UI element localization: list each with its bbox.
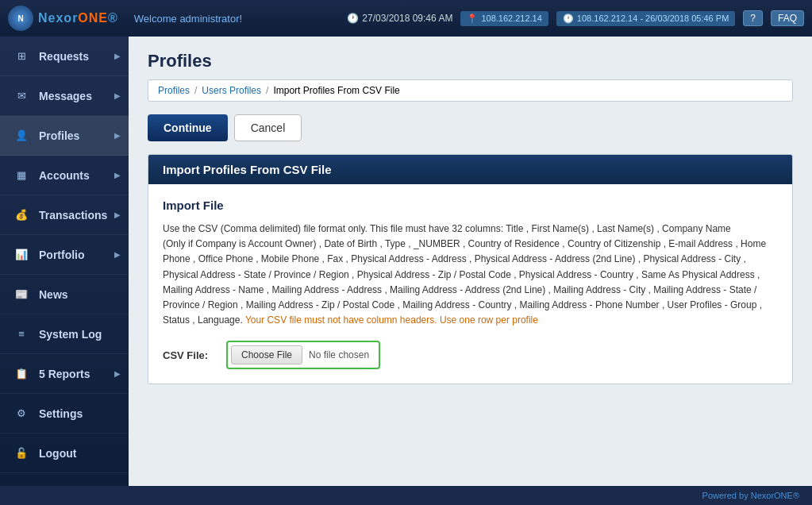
import-section-title: Import File bbox=[163, 199, 778, 212]
chevron-right-icon: ▶ bbox=[114, 52, 121, 60]
main-content: Profiles Profiles / Users Profiles / Imp… bbox=[129, 37, 812, 486]
footer: Powered by NexorONE® bbox=[0, 486, 812, 505]
chevron-right-icon: ▶ bbox=[114, 131, 121, 140]
continue-button[interactable]: Continue bbox=[148, 114, 228, 141]
reports-icon bbox=[12, 364, 31, 384]
sidebar-item-news[interactable]: News bbox=[0, 275, 129, 314]
cancel-button[interactable]: Cancel bbox=[234, 114, 302, 141]
breadcrumb-users-profiles[interactable]: Users Profiles bbox=[202, 85, 261, 96]
footer-text: Powered by NexorONE® bbox=[702, 491, 799, 500]
breadcrumb-profiles[interactable]: Profiles bbox=[158, 85, 190, 96]
chevron-right-icon: ▶ bbox=[114, 171, 121, 179]
portfolio-icon bbox=[12, 245, 31, 264]
sidebar-item-transactions[interactable]: Transactions ▶ bbox=[0, 195, 129, 235]
sidebar-item-profiles[interactable]: Profiles ▶ bbox=[0, 116, 129, 156]
location-icon: 📍 bbox=[467, 13, 478, 24]
sidebar-item-portfolio[interactable]: Portfolio ▶ bbox=[0, 235, 129, 275]
action-buttons: Continue Cancel bbox=[148, 114, 793, 141]
syslog-icon bbox=[12, 325, 31, 344]
sidebar-item-settings[interactable]: Settings bbox=[0, 394, 129, 434]
transactions-icon bbox=[12, 206, 31, 225]
import-description: Use the CSV (Comma delimited) file forma… bbox=[163, 222, 778, 328]
import-desc-2: (Only if Company is Account Owner) , Dat… bbox=[163, 238, 766, 326]
news-icon bbox=[12, 285, 31, 304]
header-log: 🕐 108.162.212.14 - 26/03/2018 05:46 PM bbox=[556, 11, 735, 26]
messages-icon bbox=[12, 87, 31, 106]
import-desc-3: Your CSV file must not have column heade… bbox=[245, 314, 538, 326]
no-file-text: No file chosen bbox=[309, 349, 369, 360]
choose-file-button[interactable]: Choose File bbox=[231, 345, 302, 364]
welcome-text: Welcome administrator! bbox=[134, 13, 242, 25]
faq-button[interactable]: FAQ bbox=[771, 10, 804, 26]
header-datetime: 🕐 27/03/2018 09:46 AM bbox=[347, 13, 452, 24]
help-button[interactable]: ? bbox=[743, 10, 763, 26]
chevron-right-icon: ▶ bbox=[114, 369, 121, 378]
page-title: Profiles bbox=[148, 51, 793, 71]
sidebar: Requests ▶ Messages ▶ Profiles ▶ Account… bbox=[0, 37, 129, 486]
chevron-right-icon: ▶ bbox=[114, 210, 121, 219]
sidebar-item-syslog[interactable]: System Log bbox=[0, 314, 129, 354]
clock-icon: 🕐 bbox=[347, 13, 359, 24]
logo-icon: N bbox=[8, 6, 33, 31]
csv-file-label: CSV File: bbox=[163, 349, 218, 361]
import-card: Import Profiles From CSV File Import Fil… bbox=[148, 154, 793, 384]
settings-icon bbox=[12, 404, 31, 423]
sidebar-item-messages[interactable]: Messages ▶ bbox=[0, 76, 129, 116]
footer-brand: NexorONE® bbox=[751, 491, 799, 500]
sidebar-item-logout[interactable]: Logout bbox=[0, 434, 129, 473]
breadcrumb: Profiles / Users Profiles / Import Profi… bbox=[148, 79, 793, 102]
chevron-right-icon: ▶ bbox=[114, 250, 121, 259]
card-header: Import Profiles From CSV File bbox=[148, 155, 792, 184]
file-input-row: CSV File: Choose File No file chosen bbox=[163, 341, 778, 369]
file-input-wrapper: Choose File No file chosen bbox=[226, 341, 380, 369]
logo: N NexorONE® bbox=[8, 6, 118, 31]
profiles-icon bbox=[12, 126, 31, 145]
breadcrumb-sep-1: / bbox=[194, 85, 197, 96]
sidebar-item-reports[interactable]: 5 Reports ▶ bbox=[0, 354, 129, 394]
requests-icon bbox=[12, 47, 31, 66]
accounts-icon bbox=[12, 166, 31, 185]
card-body: Import File Use the CSV (Comma delimited… bbox=[148, 184, 792, 384]
header-ip: 📍 108.162.212.14 bbox=[460, 11, 548, 26]
breadcrumb-sep-2: / bbox=[266, 85, 268, 96]
history-icon: 🕐 bbox=[563, 13, 574, 24]
chevron-right-icon: ▶ bbox=[114, 91, 121, 100]
sidebar-item-accounts[interactable]: Accounts ▶ bbox=[0, 156, 129, 195]
logout-icon bbox=[12, 444, 31, 463]
logo-text: NexorONE® bbox=[38, 11, 118, 25]
import-desc-1: Use the CSV (Comma delimited) file forma… bbox=[163, 223, 731, 234]
sidebar-item-requests[interactable]: Requests ▶ bbox=[0, 37, 129, 76]
breadcrumb-current: Import Profiles From CSV File bbox=[273, 85, 399, 96]
